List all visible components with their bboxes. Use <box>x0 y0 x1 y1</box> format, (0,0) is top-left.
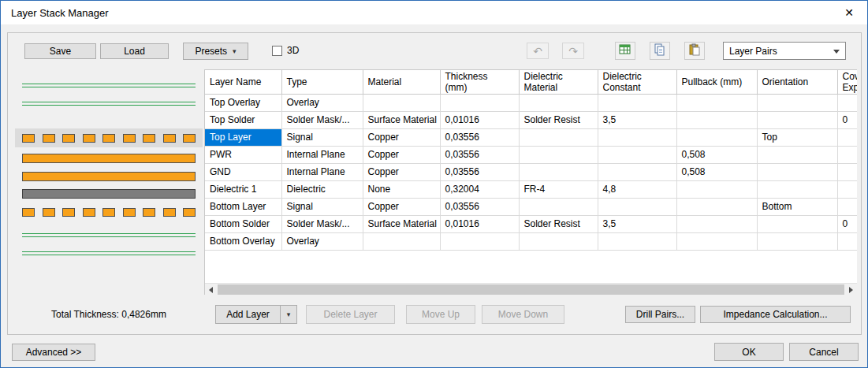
table-cell[interactable]: Dielectric <box>281 180 363 198</box>
table-cell[interactable] <box>598 232 676 250</box>
stack-layer-bottom-overlay[interactable] <box>22 251 196 255</box>
column-header[interactable]: Dielectric Material <box>519 70 598 94</box>
advanced-button[interactable]: Advanced >> <box>12 344 95 361</box>
table-cell[interactable] <box>676 232 757 250</box>
table-cell[interactable]: PWR <box>205 146 281 163</box>
table-cell[interactable] <box>598 146 676 163</box>
table-cell[interactable] <box>837 163 857 180</box>
table-cell[interactable] <box>519 146 598 163</box>
table-cell[interactable] <box>440 232 519 250</box>
stack-layer-top-solder[interactable] <box>22 102 196 106</box>
table-cell[interactable] <box>837 232 857 250</box>
column-header[interactable]: Orientation <box>757 70 837 94</box>
horizontal-scrollbar[interactable] <box>205 283 857 295</box>
table-cell[interactable] <box>837 198 857 215</box>
table-cell[interactable]: Bottom Solder <box>205 215 281 232</box>
table-cell[interactable] <box>440 94 519 111</box>
column-header[interactable]: Layer Name <box>205 70 281 94</box>
save-button[interactable]: Save <box>24 43 96 59</box>
table-cell[interactable] <box>519 198 598 215</box>
3d-checkbox[interactable] <box>272 46 282 56</box>
table-cell[interactable] <box>519 232 598 250</box>
table-cell[interactable]: Bottom Layer <box>205 198 281 215</box>
table-cell[interactable] <box>837 146 857 163</box>
add-layer-button[interactable]: Add Layer ▾ <box>215 305 297 324</box>
table-cell[interactable] <box>757 232 837 250</box>
table-cell[interactable] <box>598 128 676 146</box>
table-cell[interactable]: Copper <box>363 163 440 180</box>
cancel-button[interactable]: Cancel <box>789 343 859 361</box>
close-button[interactable]: ✕ <box>832 1 866 24</box>
table-cell[interactable]: 0,03556 <box>440 198 519 215</box>
table-cell[interactable] <box>519 128 598 146</box>
table-cell[interactable]: 0,508 <box>676 163 757 180</box>
table-cell[interactable] <box>757 94 837 111</box>
paste-button[interactable] <box>684 42 705 60</box>
table-cell[interactable]: FR-4 <box>519 180 598 198</box>
table-cell[interactable] <box>757 180 837 198</box>
table-cell[interactable]: Signal <box>281 198 363 215</box>
stack-layer-top-overlay[interactable] <box>22 84 196 87</box>
scroll-left-icon[interactable] <box>205 284 217 295</box>
table-cell[interactable]: 0,03556 <box>440 163 519 180</box>
move-up-button[interactable]: Move Up <box>406 305 475 324</box>
copy-button[interactable] <box>650 42 670 60</box>
column-header[interactable]: Material <box>363 70 440 94</box>
presets-button[interactable]: Presets ▾ <box>183 43 248 60</box>
table-cell[interactable]: None <box>363 180 440 198</box>
table-cell[interactable]: 3,5 <box>598 111 676 128</box>
table-cell[interactable] <box>837 94 857 111</box>
column-header[interactable]: Thickness (mm) <box>440 70 519 94</box>
stack-layer-gnd[interactable] <box>22 172 196 181</box>
delete-layer-button[interactable]: Delete Layer <box>306 305 395 324</box>
table-cell[interactable]: 0 <box>837 111 857 128</box>
table-cell[interactable]: 0 <box>837 215 857 232</box>
stack-layer-top-layer[interactable] <box>15 128 203 147</box>
table-cell[interactable]: Copper <box>363 198 440 215</box>
column-header[interactable]: Pullback (mm) <box>676 70 757 94</box>
table-cell[interactable] <box>519 94 598 111</box>
table-cell[interactable]: Internal Plane <box>281 146 363 163</box>
table-cell[interactable] <box>837 180 857 198</box>
move-down-button[interactable]: Move Down <box>482 305 564 324</box>
scroll-right-icon[interactable] <box>845 284 857 295</box>
table-cell[interactable]: 4,8 <box>598 180 676 198</box>
table-cell[interactable]: Solder Resist <box>519 215 598 232</box>
table-cell[interactable]: Overlay <box>281 94 363 111</box>
table-cell[interactable]: Top Layer <box>205 128 281 146</box>
table-cell[interactable]: Internal Plane <box>281 163 363 180</box>
table-cell[interactable]: Copper <box>363 128 440 146</box>
table-cell[interactable] <box>676 180 757 198</box>
table-cell[interactable]: Top Solder <box>205 111 281 128</box>
table-cell[interactable]: 0,01016 <box>440 111 519 128</box>
table-cell[interactable]: Bottom Overlay <box>205 232 281 250</box>
spreadsheet-export-button[interactable] <box>615 42 635 60</box>
table-cell[interactable]: Signal <box>281 128 363 146</box>
table-cell[interactable] <box>519 163 598 180</box>
table-cell[interactable]: Dielectric 1 <box>205 180 281 198</box>
table-cell[interactable] <box>837 128 857 146</box>
table-cell[interactable]: 0,508 <box>676 146 757 163</box>
table-cell[interactable] <box>676 94 757 111</box>
stack-layer-dielectric-1[interactable] <box>22 189 196 199</box>
table-cell[interactable]: Copper <box>363 146 440 163</box>
table-cell[interactable]: 0,03556 <box>440 128 519 146</box>
table-cell[interactable]: Overlay <box>281 232 363 250</box>
table-cell[interactable]: 3,5 <box>598 215 676 232</box>
impedance-calculation-button[interactable]: Impedance Calculation... <box>700 306 851 323</box>
layer-pairs-select[interactable]: Layer Pairs <box>723 42 846 60</box>
table-cell[interactable] <box>598 163 676 180</box>
stack-layer-bottom-layer[interactable] <box>22 207 196 217</box>
table-cell[interactable]: Surface Material <box>363 111 440 128</box>
ok-button[interactable]: OK <box>714 343 784 361</box>
table-cell[interactable]: Solder Resist <box>519 111 598 128</box>
table-cell[interactable] <box>757 146 837 163</box>
drill-pairs-button[interactable]: Drill Pairs... <box>625 306 695 323</box>
table-cell[interactable] <box>363 94 440 111</box>
table-cell[interactable] <box>598 198 676 215</box>
table-cell[interactable] <box>757 111 837 128</box>
table-cell[interactable]: 0,32004 <box>440 180 519 198</box>
table-cell[interactable] <box>676 128 757 146</box>
table-cell[interactable] <box>676 198 757 215</box>
undo-button[interactable]: ↶ <box>527 43 549 59</box>
